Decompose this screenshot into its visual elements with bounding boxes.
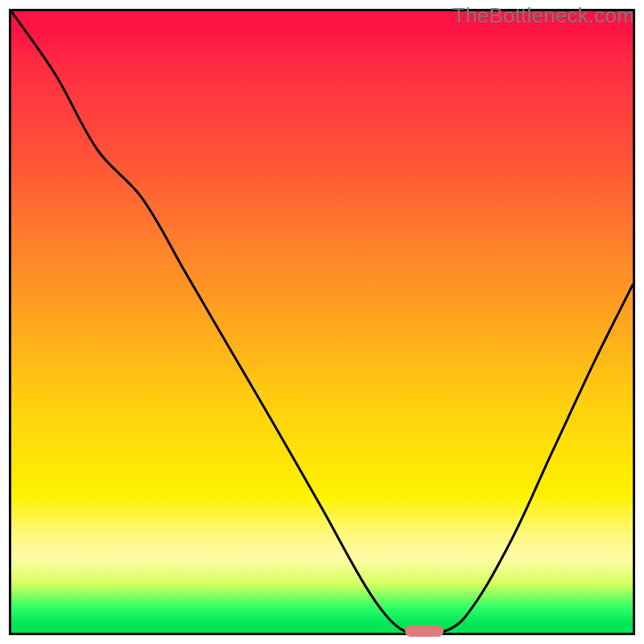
sweet-spot-marker — [405, 625, 444, 637]
bottleneck-curve — [11, 11, 633, 633]
watermark-text: TheBottleneck.com — [452, 3, 634, 28]
plot-area — [9, 9, 635, 635]
chart-stage: TheBottleneck.com — [0, 0, 644, 644]
